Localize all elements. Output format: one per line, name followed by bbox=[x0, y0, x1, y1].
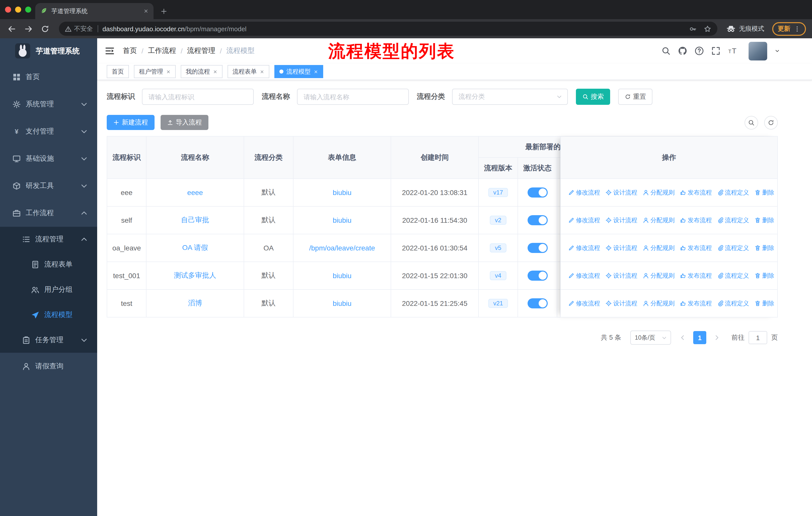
sidebar-item-5[interactable]: 工作流程 bbox=[0, 199, 97, 227]
avatar[interactable] bbox=[749, 42, 767, 60]
reset-button[interactable]: 重置 bbox=[618, 89, 652, 105]
action-delete-link[interactable]: 删除 bbox=[755, 216, 774, 224]
active-toggle[interactable] bbox=[527, 243, 547, 253]
process-name-link[interactable]: 滔博 bbox=[188, 299, 202, 308]
page-size-select[interactable]: 10条/页 bbox=[630, 331, 671, 345]
active-toggle[interactable] bbox=[527, 298, 547, 308]
search-icon[interactable] bbox=[662, 46, 671, 55]
action-publish-link[interactable]: 发布流程 bbox=[680, 299, 712, 308]
process-name-input[interactable] bbox=[297, 89, 409, 105]
sidebar-item-4[interactable]: 研发工具 bbox=[0, 172, 97, 199]
window-close-button[interactable] bbox=[5, 6, 11, 12]
sidebar-item-3[interactable]: 基础设施 bbox=[0, 145, 97, 172]
action-assign-link[interactable]: 分配规则 bbox=[643, 216, 674, 224]
prev-page-button[interactable] bbox=[679, 334, 686, 341]
goto-page-input[interactable] bbox=[749, 331, 767, 344]
breadcrumb-process-mgmt[interactable]: 流程管理 bbox=[187, 46, 215, 55]
action-design-link[interactable]: 设计流程 bbox=[606, 271, 637, 280]
sidebar-subitem-2[interactable]: 流程模型 bbox=[0, 302, 97, 328]
password-key-icon[interactable] bbox=[689, 25, 697, 32]
avatar-caret-icon[interactable] bbox=[775, 48, 780, 53]
action-definition-link[interactable]: 流程定义 bbox=[717, 271, 749, 280]
action-definition-link[interactable]: 流程定义 bbox=[717, 216, 749, 224]
form-link[interactable]: /bpm/oa/leave/create bbox=[309, 244, 375, 252]
action-definition-link[interactable]: 流程定义 bbox=[717, 299, 749, 308]
sidebar-subitem-0[interactable]: 流程表单 bbox=[0, 252, 97, 277]
process-name-link[interactable]: 测试多审批人 bbox=[174, 271, 216, 280]
bookmark-star-icon[interactable] bbox=[704, 25, 711, 32]
close-icon[interactable] bbox=[166, 69, 171, 74]
form-link[interactable]: biubiu bbox=[333, 299, 352, 307]
browser-tab[interactable]: 芋道管理系统 bbox=[35, 3, 153, 19]
action-design-link[interactable]: 设计流程 bbox=[606, 188, 637, 197]
font-size-icon[interactable]: TT bbox=[728, 46, 737, 55]
reload-button[interactable] bbox=[39, 23, 51, 34]
action-definition-link[interactable]: 流程定义 bbox=[717, 244, 749, 252]
action-publish-link[interactable]: 发布流程 bbox=[680, 271, 712, 280]
update-button[interactable]: 更新 bbox=[772, 22, 806, 35]
category-select[interactable]: 流程分类 bbox=[452, 89, 568, 105]
form-link[interactable]: biubiu bbox=[333, 188, 352, 196]
sidebar-group-0[interactable]: 流程管理 bbox=[0, 227, 97, 252]
action-modify-link[interactable]: 修改流程 bbox=[568, 271, 600, 280]
back-button[interactable] bbox=[6, 23, 18, 34]
create-process-button[interactable]: 新建流程 bbox=[107, 115, 154, 130]
active-toggle[interactable] bbox=[527, 271, 547, 281]
refresh-table-button[interactable] bbox=[764, 116, 778, 129]
action-delete-link[interactable]: 删除 bbox=[755, 188, 774, 197]
action-assign-link[interactable]: 分配规则 bbox=[643, 244, 674, 252]
tag-1[interactable]: 租户管理 bbox=[134, 65, 176, 78]
search-button[interactable]: 搜索 bbox=[576, 89, 610, 105]
process-name-link[interactable]: 自己审批 bbox=[181, 216, 209, 225]
close-icon[interactable] bbox=[260, 69, 264, 74]
sidebar-subitem-1[interactable]: 用户分组 bbox=[0, 277, 97, 302]
sidebar-item-0[interactable]: 首页 bbox=[0, 63, 97, 91]
action-definition-link[interactable]: 流程定义 bbox=[717, 188, 749, 197]
action-modify-link[interactable]: 修改流程 bbox=[568, 244, 600, 252]
sidebar-item-2[interactable]: ¥支付管理 bbox=[0, 118, 97, 145]
github-icon[interactable] bbox=[678, 46, 687, 55]
help-icon[interactable] bbox=[695, 46, 704, 55]
sidebar-item-1[interactable]: 系统管理 bbox=[0, 91, 97, 118]
action-modify-link[interactable]: 修改流程 bbox=[568, 188, 600, 197]
page-number-button[interactable]: 1 bbox=[693, 331, 706, 344]
sidebar-item-leave-query[interactable]: 请假查询 bbox=[0, 353, 97, 380]
address-bar[interactable]: 不安全 dashboard.yudao.iocoder.cn/bpm/manag… bbox=[59, 22, 717, 36]
fullscreen-icon[interactable] bbox=[711, 46, 720, 55]
process-name-link[interactable]: OA 请假 bbox=[182, 243, 208, 252]
action-modify-link[interactable]: 修改流程 bbox=[568, 299, 600, 308]
close-icon[interactable] bbox=[314, 69, 318, 74]
form-link[interactable]: biubiu bbox=[333, 272, 352, 280]
action-modify-link[interactable]: 修改流程 bbox=[568, 216, 600, 224]
action-design-link[interactable]: 设计流程 bbox=[606, 244, 637, 252]
show-search-button[interactable] bbox=[745, 116, 758, 129]
action-design-link[interactable]: 设计流程 bbox=[606, 216, 637, 224]
breadcrumb-workflow[interactable]: 工作流程 bbox=[148, 46, 176, 55]
process-key-input[interactable] bbox=[142, 89, 254, 105]
action-assign-link[interactable]: 分配规则 bbox=[643, 188, 674, 197]
action-publish-link[interactable]: 发布流程 bbox=[680, 244, 712, 252]
active-toggle[interactable] bbox=[527, 215, 547, 225]
form-link[interactable]: biubiu bbox=[333, 216, 352, 224]
action-delete-link[interactable]: 删除 bbox=[755, 271, 774, 280]
action-assign-link[interactable]: 分配规则 bbox=[643, 271, 674, 280]
breadcrumb-home[interactable]: 首页 bbox=[123, 46, 137, 55]
process-name-link[interactable]: eeee bbox=[187, 188, 203, 196]
action-delete-link[interactable]: 删除 bbox=[755, 244, 774, 252]
window-minimize-button[interactable] bbox=[15, 6, 21, 12]
new-tab-button[interactable] bbox=[161, 8, 167, 15]
import-process-button[interactable]: 导入流程 bbox=[161, 115, 208, 130]
active-toggle[interactable] bbox=[527, 187, 547, 197]
action-assign-link[interactable]: 分配规则 bbox=[643, 299, 674, 308]
hamburger-icon[interactable] bbox=[105, 46, 115, 56]
menu-dots-icon[interactable] bbox=[794, 25, 801, 32]
forward-button[interactable] bbox=[23, 23, 34, 34]
action-design-link[interactable]: 设计流程 bbox=[606, 299, 637, 308]
action-delete-link[interactable]: 删除 bbox=[755, 299, 774, 308]
next-page-button[interactable] bbox=[713, 334, 720, 341]
security-chip[interactable]: 不安全 bbox=[65, 24, 93, 33]
tab-close-icon[interactable] bbox=[143, 8, 148, 13]
tag-0[interactable]: 首页 bbox=[107, 65, 129, 78]
window-zoom-button[interactable] bbox=[25, 6, 31, 12]
tag-2[interactable]: 我的流程 bbox=[181, 65, 223, 78]
